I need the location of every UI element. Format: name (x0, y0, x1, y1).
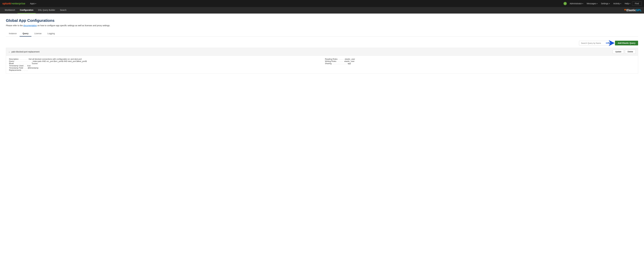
query-item-header: ⌄ palo-blocked-port-replacement Update D… (6, 48, 638, 56)
page-content: Global App Configurations Please refer t… (0, 14, 644, 78)
elastic-spl-logo: ElasticSPL (624, 8, 642, 12)
svg-marker-0 (606, 40, 615, 46)
activity-caret: ▾ (620, 3, 621, 4)
chevron-down-icon[interactable]: ⌄ (8, 50, 10, 53)
documentation-link[interactable]: documentation (23, 24, 37, 27)
detail-timestamp-used: Timestamp Used .... true (9, 64, 319, 67)
apps-menu[interactable]: Apps ▾ (28, 0, 38, 7)
logo[interactable]: splunk>enterprise (2, 2, 25, 5)
top-navigation: splunk>enterprise Apps ▾ ✓ Administrator… (0, 0, 644, 7)
nav-dsl-query-builder[interactable]: DSL Query Builder (36, 7, 58, 14)
delete-button[interactable]: Delete (625, 50, 636, 54)
query-details: Description ............. Get all blocke… (6, 56, 638, 74)
messages-menu[interactable]: Messages ▾ (585, 0, 599, 7)
settings-caret: ▾ (609, 3, 610, 4)
toolbar-row: 🔍 Add Elastic Query (6, 41, 638, 46)
detail-replacements: Replacements ......... (9, 69, 319, 71)
query-row-right: Update Delete (613, 50, 636, 54)
elastic-logo-spl: SPL (636, 8, 642, 12)
query-row-left: ⌄ palo-blocked-port-replacement (8, 50, 40, 53)
help-menu[interactable]: Help ▾ (623, 0, 632, 7)
elastic-logo-elastic: Elastic (626, 8, 636, 12)
nav-configuration[interactable]: Configuration (18, 7, 36, 14)
detail-description: Description ............. Get all blocke… (9, 58, 319, 60)
detail-sharing: Sharing ...................... app (325, 62, 635, 64)
administrator-menu[interactable]: Administrator ▾ (568, 0, 585, 7)
detail-timestamp-field: Timestamp Field ..... @timestamp (9, 67, 319, 69)
detail-writing-roles: Writing Roles .......... elastic_user (325, 60, 635, 62)
tab-instance[interactable]: Instance (6, 31, 20, 36)
help-label: Help (625, 2, 629, 5)
messages-caret: ▾ (597, 3, 598, 4)
activity-label: Activity (613, 2, 620, 5)
tab-logging[interactable]: Logging (44, 31, 58, 36)
page-description: Please refer to the documentation on how… (6, 24, 638, 27)
messages-label: Messages (587, 2, 596, 5)
query-name: palo-blocked-port-replacement (12, 50, 40, 53)
splunk-logo: splunk>enterprise (2, 2, 25, 5)
tab-query[interactable]: Query (20, 31, 32, 36)
logo-dot (624, 9, 626, 10)
detail-query: Query ........................ _index:pa… (9, 60, 319, 62)
apps-label: Apps (30, 2, 35, 5)
update-button[interactable]: Update (613, 50, 624, 54)
find-button[interactable]: Find (632, 2, 642, 6)
nav-workbench[interactable]: Workbench (2, 7, 18, 14)
status-icon: ✓ (564, 2, 567, 5)
nav-search[interactable]: Search (58, 7, 69, 14)
activity-menu[interactable]: Activity ▾ (612, 0, 623, 7)
configuration-tabs: Instance Query License Logging (6, 31, 638, 36)
administrator-label: Administrator (570, 2, 582, 5)
detail-col-right: Reading Roles ......... elastic_user Wri… (325, 58, 635, 71)
administrator-caret: ▾ (582, 3, 583, 4)
add-elastic-query-button[interactable]: Add Elastic Query (615, 41, 638, 46)
help-caret: ▾ (630, 3, 630, 4)
tab-license[interactable]: License (32, 31, 44, 36)
blue-arrow-icon (606, 40, 615, 46)
second-navigation: Workbench Configuration DSL Query Builde… (0, 7, 644, 14)
apps-caret: ▾ (36, 3, 36, 4)
detail-mode: Mode ......................... lucene (9, 62, 319, 64)
settings-menu[interactable]: Settings ▾ (599, 0, 612, 7)
detail-col-left: Description ............. Get all blocke… (9, 58, 319, 71)
detail-reading-roles: Reading Roles ......... elastic_user (325, 58, 635, 60)
settings-label: Settings (601, 2, 608, 5)
page-title: Global App Configurations (6, 18, 638, 23)
